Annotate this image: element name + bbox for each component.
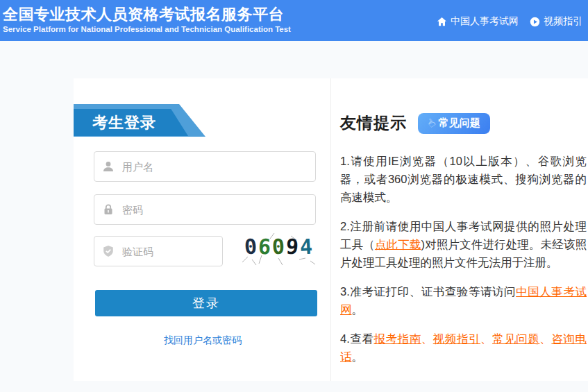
tip-text: 。 <box>352 350 364 363</box>
home-icon <box>437 17 447 27</box>
captcha-field-wrap <box>94 236 223 266</box>
play-icon <box>530 17 540 27</box>
main-card: 考生登录 <box>74 78 588 381</box>
user-icon <box>102 160 115 173</box>
login-panel: 考生登录 <box>74 78 330 381</box>
tips-title: 友情提示 <box>340 112 407 134</box>
tip-separator: 、 <box>421 332 433 345</box>
captcha-digit: 0 <box>271 234 285 259</box>
pointing-hand-icon: ☝ <box>424 116 438 130</box>
captcha-digit: 4 <box>299 234 313 259</box>
username-field-wrap <box>94 151 316 182</box>
tip-link[interactable]: 常见问题 <box>492 332 539 345</box>
tip-separator: 、 <box>480 332 492 345</box>
tip-text: 。 <box>352 303 364 316</box>
header: 全国专业技术人员资格考试报名服务平台 Service Platform for … <box>0 0 588 41</box>
tips-list: 1.请使用IE浏览器（10以上版本）、谷歌浏览器，或者360浏览器的极速模式、搜… <box>340 152 587 366</box>
header-link-label: 视频指引 <box>544 15 582 28</box>
tip-separator: 、 <box>539 332 551 345</box>
candidate-login-banner: 考生登录 <box>74 104 212 137</box>
shield-check-icon <box>102 245 115 257</box>
header-links: 中国人事考试网 视频指引 <box>437 15 582 28</box>
tip-text: 4.查看 <box>340 332 373 345</box>
tip-paragraph: 3.准考证打印、证书查验等请访问中国人事考试网。 <box>340 282 587 318</box>
login-button[interactable]: 登录 <box>95 290 317 316</box>
header-link-exam-site[interactable]: 中国人事考试网 <box>437 15 519 28</box>
header-link-label: 中国人事考试网 <box>451 15 519 28</box>
password-input[interactable] <box>94 194 316 225</box>
tip-paragraph: 1.请使用IE浏览器（10以上版本）、谷歌浏览器，或者360浏览器的极速模式、搜… <box>340 152 587 206</box>
tip-paragraph: 4.查看报考指南、视频指引、常见问题、咨询电话。 <box>340 330 587 366</box>
tips-panel: 友情提示 ☝ 常见问题 1.请使用IE浏览器（10以上版本）、谷歌浏览器，或者3… <box>330 78 588 381</box>
banner-ribbon-dark: 考生登录 <box>74 109 188 136</box>
captcha-digit: 6 <box>258 234 271 259</box>
tip-text: 1.请使用IE浏览器（10以上版本）、谷歌浏览器，或者360浏览器的极速模式、搜… <box>340 155 587 203</box>
page-subtitle: Service Platform for National Profession… <box>3 25 291 33</box>
password-field-wrap <box>94 194 316 225</box>
page-title: 全国专业技术人员资格考试报名服务平台 <box>3 4 284 25</box>
faq-button-label: 常见问题 <box>439 117 480 130</box>
faq-button[interactable]: ☝ 常见问题 <box>418 113 490 134</box>
forgot-username-password-link[interactable]: 找回用户名或密码 <box>164 334 242 346</box>
tip-paragraph: 2.注册前请使用中国人事考试网提供的照片处理工具（点此下载)对照片文件进行处理。… <box>340 217 587 271</box>
tips-header: 友情提示 ☝ 常见问题 <box>340 112 587 134</box>
tip-text: 3.准考证打印、证书查验等请访问 <box>340 285 516 298</box>
captcha-digit: 0 <box>244 234 258 259</box>
captcha-digit: 9 <box>285 234 299 259</box>
tip-link[interactable]: 点此下载 <box>375 238 421 250</box>
forgot-row: 找回用户名或密码 <box>74 334 332 347</box>
tip-link[interactable]: 报考指南 <box>373 332 421 345</box>
header-link-video-guide[interactable]: 视频指引 <box>530 15 582 28</box>
lock-icon <box>102 203 115 216</box>
captcha-image[interactable]: 06094 <box>238 232 319 269</box>
username-input[interactable] <box>94 151 316 182</box>
tip-link[interactable]: 视频指引 <box>433 332 480 345</box>
captcha-digits: 06094 <box>238 232 319 261</box>
